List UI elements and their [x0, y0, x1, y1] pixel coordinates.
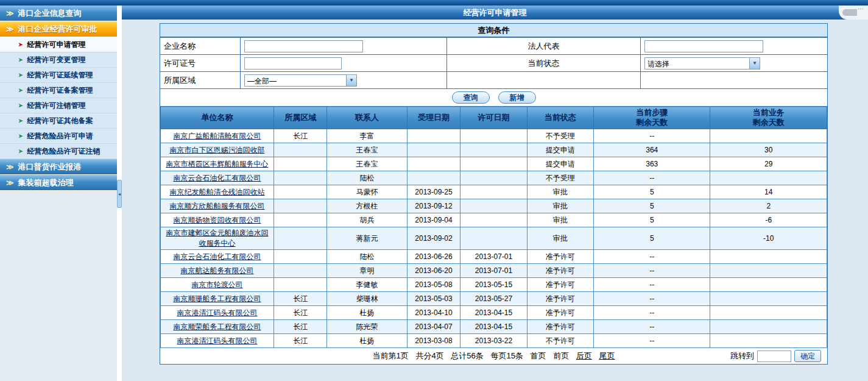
col-header: 许可日期 — [460, 107, 527, 129]
table-row: 南京市建邺区金元船舶废油水回收服务中心蒋新元2013-09-02审批5-10 — [161, 227, 827, 250]
page-jump: 跳转到 确定 — [730, 348, 821, 364]
sidebar-item-6[interactable]: ➤经营许可注销管理 — [0, 98, 117, 113]
cell: 蒋新元 — [327, 227, 407, 250]
corner-dots-icon: ⋯ — [858, 5, 865, 12]
col-header: 所属区域 — [273, 107, 327, 129]
company-link[interactable]: 南京顺荣船务工程有限公司 — [173, 322, 261, 331]
sidebar-group-1[interactable]: ≫港口企业经营许可审批 — [0, 21, 117, 37]
sidebar-item-3[interactable]: ➤经营许可变更管理 — [0, 52, 117, 68]
menu-group-icon: ≫ — [6, 9, 14, 18]
company-link[interactable]: 南京顺扬物资回收有限公司 — [173, 216, 261, 224]
top-strip — [0, 0, 868, 5]
total-pages-text: 共分4页 — [415, 351, 443, 360]
search-button[interactable]: 查询 — [452, 91, 490, 104]
cell: -6 — [710, 213, 827, 227]
company-name-input[interactable] — [244, 40, 363, 52]
table-row: 南京纪发船舶清仓残油回收站马蒙怀2013-09-25审批514 — [161, 185, 827, 199]
sidebar-group-11[interactable]: ≫集装箱超载治理 — [0, 175, 117, 191]
menu-arrow-icon: ➤ — [18, 133, 23, 139]
legal-rep-input[interactable] — [644, 40, 763, 52]
sidebar-item-8[interactable]: ➤经营危险品许可申请 — [0, 129, 117, 144]
cell: 2013-05-27 — [460, 292, 527, 306]
cell: 提交申请 — [527, 157, 593, 171]
cell: -- — [594, 278, 710, 292]
jump-confirm-button[interactable]: 确定 — [794, 350, 821, 362]
menu-label: 经营许可证备案管理 — [27, 85, 93, 96]
cell: 审批 — [527, 199, 593, 213]
sidebar-item-4[interactable]: ➤经营许可证延续管理 — [0, 68, 117, 83]
cell: 2013-05-08 — [407, 278, 460, 292]
last-page-link[interactable]: 尾页 — [599, 351, 615, 360]
region-select[interactable]: —全部— ▼ — [244, 74, 357, 87]
total-records-text: 总计56条 — [451, 351, 483, 360]
company-link[interactable]: 南京航达船务有限公司 — [180, 266, 253, 275]
cell: 5 — [594, 213, 710, 227]
company-link[interactable]: 南京云合石油化工有限公司 — [173, 174, 261, 182]
prev-page-link[interactable]: 前页 — [553, 351, 569, 360]
cell: 杜扬 — [327, 334, 407, 348]
company-link[interactable]: 南京云合石油化工有限公司 — [173, 252, 261, 261]
sidebar-item-5[interactable]: ➤经营许可证备案管理 — [0, 83, 117, 98]
cell — [273, 250, 327, 264]
cell: 马蒙怀 — [327, 185, 407, 199]
menu-group-icon: ≫ — [6, 179, 14, 187]
cell-company: 南京广益船舶清舱有限公司 — [161, 129, 274, 143]
company-link[interactable]: 南京市白下区恩赐污油回收部 — [169, 146, 264, 154]
table-row: 南京港清江码头有限公司长江杜扬2013-03-082013-03-22不予许可-… — [161, 334, 827, 348]
status-select[interactable]: 请选择 ▼ — [644, 57, 760, 69]
next-page-link[interactable]: 后页 — [576, 351, 592, 360]
company-link[interactable]: 南京港清江码头有限公司 — [177, 336, 257, 345]
company-link[interactable]: 南京市轮渡公司 — [191, 280, 242, 289]
company-link[interactable]: 南京市栖霞区丰辉船舶服务中心 — [166, 160, 268, 168]
table-row: 南京市栖霞区丰辉船舶服务中心王春宝提交申请36329 — [161, 157, 827, 171]
table-row: 南京市轮渡公司李健敏2013-05-082013-05-15准予许可-- — [161, 278, 827, 292]
cell: 准予许可 — [527, 292, 593, 306]
cell — [710, 278, 827, 292]
menu-label: 港口企业信息查询 — [18, 8, 82, 19]
cell: -- — [594, 250, 710, 264]
company-link[interactable]: 南京港清江码头有限公司 — [177, 308, 257, 317]
table-row: 南京顺方欣船舶服务有限公司方根柱2013-09-12审批52 — [161, 199, 827, 213]
table-row: 南京港清江码头有限公司长江杜扬2013-04-102013-04-15准予许可-… — [161, 306, 827, 320]
sidebar-item-2[interactable]: ➤经营许可申请管理 — [0, 37, 117, 52]
cell — [460, 157, 527, 171]
sidebar-group-0[interactable]: ≫港口企业信息查询 — [0, 5, 117, 21]
cell — [460, 129, 527, 143]
license-no-input[interactable] — [244, 57, 342, 69]
company-link[interactable]: 南京顺珊船务工程有限公司 — [173, 294, 261, 303]
cell: 审批 — [527, 213, 593, 227]
first-page-link[interactable]: 首页 — [531, 351, 546, 360]
sidebar-group-10[interactable]: ≫港口普货作业报港 — [0, 159, 117, 175]
collapse-arrow-icon: ◄ — [118, 192, 122, 196]
cell: 364 — [594, 143, 710, 157]
cell: 柴珊林 — [327, 292, 407, 306]
cell — [460, 185, 527, 199]
company-link[interactable]: 南京纪发船舶清仓残油回收站 — [169, 188, 264, 196]
cell — [710, 264, 827, 278]
cell: 2013-05-03 — [407, 292, 460, 306]
cell — [460, 227, 527, 250]
company-name-label: 企业名称 — [160, 38, 240, 55]
sidebar-item-7[interactable]: ➤经营许可证其他备案 — [0, 113, 117, 129]
table-row: 南京顺珊船务工程有限公司长江柴珊林2013-05-032013-05-27准予许… — [161, 292, 827, 306]
table-row: 南京云合石油化工有限公司陆松2013-06-262013-07-01准予许可-- — [161, 250, 827, 264]
company-link[interactable]: 南京市建邺区金元船舶废油水回收服务中心 — [166, 229, 268, 247]
cell-company: 南京市栖霞区丰辉船舶服务中心 — [161, 157, 274, 171]
region-label: 所属区域 — [160, 72, 240, 89]
region-select-value: —全部— — [245, 75, 346, 86]
sidebar-item-9[interactable]: ➤经营危险品许可证注销 — [0, 144, 117, 159]
page-title: 经营许可申请管理 — [464, 7, 527, 18]
menu-arrow-icon: ➤ — [18, 57, 23, 63]
add-button[interactable]: 新增 — [498, 91, 536, 104]
cell — [460, 143, 527, 157]
company-link[interactable]: 南京广益船舶清舱有限公司 — [173, 132, 261, 140]
cell — [273, 264, 327, 278]
cell — [710, 306, 827, 320]
cell: 王春宝 — [327, 143, 407, 157]
menu-label: 集装箱超载治理 — [18, 177, 74, 188]
company-link[interactable]: 南京顺方欣船舶服务有限公司 — [169, 202, 264, 210]
sidebar-collapse-handle[interactable]: ◄ — [117, 180, 122, 208]
jump-page-input[interactable] — [757, 351, 791, 362]
cell: 2013-05-15 — [460, 278, 527, 292]
cell — [710, 250, 827, 264]
